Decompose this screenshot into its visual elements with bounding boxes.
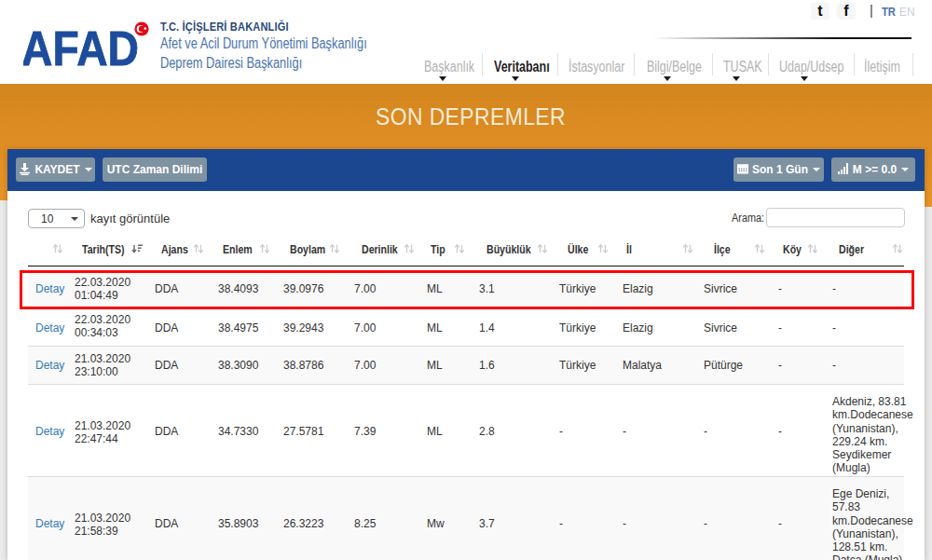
svg-text:AFAD: AFAD [23, 21, 139, 71]
